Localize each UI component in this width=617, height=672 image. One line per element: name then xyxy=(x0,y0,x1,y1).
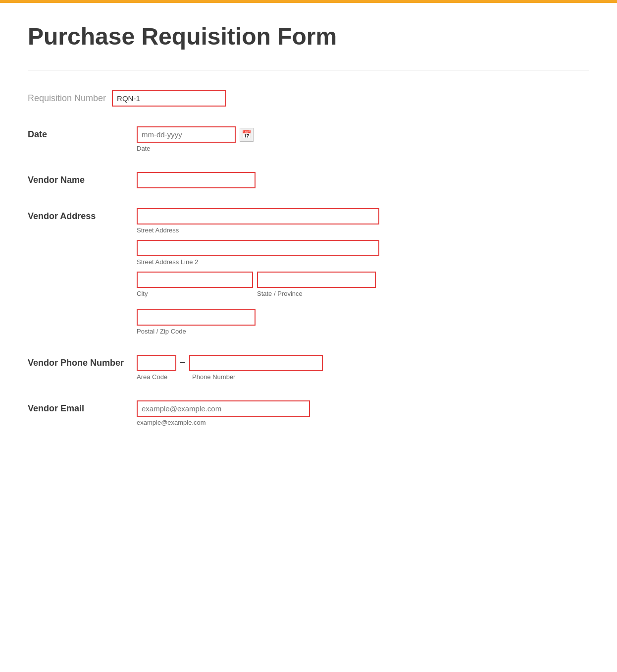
area-code-group xyxy=(137,355,176,371)
requisition-number-label: Requisition Number xyxy=(28,93,106,104)
phone-dash: – xyxy=(176,357,189,370)
page-container: Purchase Requisition Form Requisition Nu… xyxy=(0,3,617,476)
date-fields: 📅 Date xyxy=(137,126,589,152)
requisition-number-row: Requisition Number xyxy=(28,90,589,107)
vendor-name-field-group xyxy=(137,172,589,188)
postal-field-group: Postal / Zip Code xyxy=(137,309,589,335)
email-hint: example@example.com xyxy=(137,419,589,426)
dash-spacer xyxy=(176,371,192,381)
area-code-input[interactable] xyxy=(137,355,176,371)
postal-hint: Postal / Zip Code xyxy=(137,328,589,335)
section-divider xyxy=(28,70,589,70)
vendor-name-row: Vendor Name xyxy=(28,172,589,188)
vendor-name-fields xyxy=(137,172,589,188)
calendar-icon[interactable]: 📅 xyxy=(240,128,254,142)
state-hint: State / Province xyxy=(257,290,376,297)
phone-input-row: – xyxy=(137,355,589,371)
date-input-row: 📅 xyxy=(137,126,589,143)
page-title: Purchase Requisition Form xyxy=(28,23,589,50)
state-field-group: State / Province xyxy=(257,272,376,303)
vendor-address-label: Vendor Address xyxy=(28,208,137,222)
street-field-group: Street Address xyxy=(137,208,589,234)
postal-input[interactable] xyxy=(137,309,256,326)
vendor-address-fields: Street Address Street Address Line 2 Cit… xyxy=(137,208,589,335)
vendor-address-row: Vendor Address Street Address Street Add… xyxy=(28,208,589,335)
phone-hints: Area Code Phone Number xyxy=(137,371,589,381)
city-state-row: City State / Province xyxy=(137,272,589,303)
city-hint: City xyxy=(137,290,253,297)
phone-number-hint: Phone Number xyxy=(192,373,235,381)
vendor-phone-label: Vendor Phone Number xyxy=(28,355,137,368)
date-input[interactable] xyxy=(137,126,236,143)
vendor-email-fields: example@example.com xyxy=(137,400,589,426)
state-input[interactable] xyxy=(257,272,376,288)
date-label: Date xyxy=(28,126,137,140)
requisition-number-input[interactable] xyxy=(112,90,226,107)
street-hint: Street Address xyxy=(137,226,589,234)
street-address-2-input[interactable] xyxy=(137,240,379,256)
email-field-group: example@example.com xyxy=(137,400,589,426)
city-field-group: City xyxy=(137,272,253,297)
street-address-input[interactable] xyxy=(137,208,379,224)
vendor-email-row: Vendor Email example@example.com xyxy=(28,400,589,426)
vendor-phone-fields: – Area Code Phone Number xyxy=(137,355,589,381)
phone-number-group xyxy=(189,355,323,371)
area-code-hint: Area Code xyxy=(137,373,176,381)
street2-field-group: Street Address Line 2 xyxy=(137,240,589,266)
vendor-name-input[interactable] xyxy=(137,172,256,188)
date-field-group: 📅 Date xyxy=(137,126,589,152)
vendor-phone-row: Vendor Phone Number – Area Code Phone Nu… xyxy=(28,355,589,381)
date-row: Date 📅 Date xyxy=(28,126,589,152)
street2-hint: Street Address Line 2 xyxy=(137,258,589,266)
phone-number-input[interactable] xyxy=(189,355,323,371)
city-input[interactable] xyxy=(137,272,253,288)
vendor-email-label: Vendor Email xyxy=(28,400,137,414)
vendor-email-input[interactable] xyxy=(137,400,310,417)
date-hint: Date xyxy=(137,145,589,152)
vendor-name-label: Vendor Name xyxy=(28,172,137,185)
